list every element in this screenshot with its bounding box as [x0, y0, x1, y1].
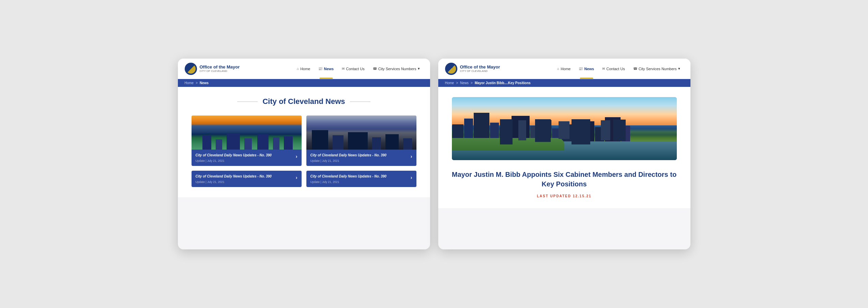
right-nav-news[interactable]: 📰 News [575, 59, 597, 79]
building-2 [216, 139, 222, 150]
building-b5 [385, 134, 399, 150]
right-chevron-down-icon: ▾ [678, 66, 680, 71]
left-header: Office of the Mayor CITY OF CLEVELAND ⌂ … [178, 59, 430, 79]
right-breadcrumb-sep2: > [471, 81, 473, 85]
bld8 [538, 120, 551, 141]
bld3 [474, 113, 489, 141]
news-card-2-content: City of Cleveland Daily News Updates - N… [310, 153, 408, 163]
right-main-content: Mayor Justin M. Bibb Appoints Six Cabine… [438, 87, 690, 208]
news-card-4-date: July 21, 2021 [322, 180, 339, 184]
right-nav-contact[interactable]: ✉ Contact Us [599, 59, 628, 79]
news-card-3-title: City of Cleveland Daily News Updates - N… [196, 174, 293, 179]
article-last-updated: LAST UPDATED 12.15.21 [452, 194, 677, 198]
bld13 [595, 127, 604, 141]
news-card-1-meta: Update | July 21, 2021 [196, 159, 293, 163]
right-nav: ⌂ Home 📰 News ✉ Contact Us ☎ City Servic… [554, 59, 683, 79]
news-card-3-meta: Update | July 21, 2021 [196, 180, 293, 184]
right-phone-icon: ☎ [633, 67, 637, 71]
breadcrumb-current: News [200, 81, 209, 85]
left-logo: Office of the Mayor CITY OF CLEVELAND [185, 63, 240, 75]
right-home-icon: ⌂ [557, 67, 559, 71]
building-3 [227, 133, 240, 150]
news-card-2[interactable]: City of Cleveland Daily News Updates - N… [306, 115, 416, 166]
article-hero-image [452, 97, 677, 160]
news-card-2-date: July 21, 2021 [322, 159, 339, 163]
building-4 [244, 138, 252, 150]
bld10 [562, 124, 573, 141]
news-card-2-meta: Update | July 21, 2021 [310, 159, 408, 163]
nav-home[interactable]: ⌂ Home [293, 59, 314, 79]
chevron-down-icon: ▾ [418, 66, 420, 71]
bld6 [512, 116, 530, 141]
news-card-1-body[interactable]: City of Cleveland Daily News Updates - N… [192, 150, 302, 166]
building-b4 [372, 137, 381, 150]
bld14 [605, 117, 621, 141]
right-nav-city-services[interactable]: ☎ City Services Numbers ▾ [630, 59, 684, 79]
right-breadcrumb-sep1: > [456, 81, 458, 85]
logo-icon [185, 63, 197, 75]
nav-contact[interactable]: ✉ Contact Us [338, 59, 368, 79]
news-icon: 📰 [318, 67, 322, 71]
right-logo-text: Office of the Mayor CITY OF CLEVELAND [460, 64, 500, 73]
news-card-4-content: City of Cleveland Daily News Updates - N… [310, 174, 408, 184]
news-grid: City of Cleveland Daily News Updates - N… [192, 115, 416, 187]
phone-icon: ☎ [373, 67, 377, 71]
left-screen: Office of the Mayor CITY OF CLEVELAND ⌂ … [178, 59, 430, 249]
logo-inner-graphic [186, 64, 196, 74]
right-nav-home[interactable]: ⌂ Home [554, 59, 574, 79]
right-news-icon: 📰 [579, 67, 583, 71]
news-card-1[interactable]: City of Cleveland Daily News Updates - N… [192, 115, 302, 166]
logo-subtitle: CITY OF CLEVELAND [200, 70, 240, 73]
news-card-2-arrow: › [411, 154, 412, 159]
news-card-4-arrow: › [411, 175, 412, 180]
building-b1 [312, 130, 328, 150]
building-b3 [348, 132, 368, 150]
bld9 [552, 128, 561, 141]
news-card-4-title: City of Cleveland Daily News Updates - N… [310, 174, 408, 179]
logo-text: Office of the Mayor CITY OF CLEVELAND [200, 64, 240, 73]
page-title: City of Cleveland News [262, 97, 345, 106]
bld7 [530, 126, 537, 141]
building-5 [257, 134, 268, 150]
bld12 [581, 121, 595, 141]
news-card-3-content: City of Cleveland Daily News Updates - N… [196, 174, 293, 184]
article-title: Mayor Justin M. Bibb Appoints Six Cabine… [452, 170, 677, 189]
building-b2 [333, 135, 344, 150]
right-contact-icon: ✉ [602, 67, 605, 71]
news-card-4-body[interactable]: City of Cleveland Daily News Updates - N… [306, 171, 416, 187]
news-card-3-date: July 21, 2021 [207, 180, 225, 184]
news-card-4-meta: Update | July 21, 2021 [310, 180, 408, 184]
news-card-3[interactable]: City of Cleveland Daily News Updates - N… [192, 171, 302, 187]
right-breadcrumb-news[interactable]: News [460, 81, 469, 85]
building-b6 [403, 138, 412, 150]
news-card-1-content: City of Cleveland Daily News Updates - N… [196, 153, 293, 163]
nav-city-services[interactable]: ☎ City Services Numbers ▾ [369, 59, 423, 79]
park-layer [452, 138, 564, 151]
news-card-3-body[interactable]: City of Cleveland Daily News Updates - N… [192, 171, 302, 187]
building-6 [273, 137, 279, 150]
news-card-2-image [306, 115, 416, 150]
right-breadcrumb-home[interactable]: Home [445, 81, 454, 85]
breadcrumb-home[interactable]: Home [185, 81, 194, 85]
right-breadcrumb-current: Mayor Justin Bibb....Key Positions [475, 81, 531, 85]
buildings-layer [452, 113, 677, 141]
news-card-4-type: Update [310, 180, 320, 184]
breadcrumb-sep: > [196, 81, 198, 85]
left-nav: ⌂ Home 📰 News ✉ Contact Us ☎ City Servic… [293, 59, 423, 79]
bld15 [621, 126, 630, 141]
right-header: Office of the Mayor CITY OF CLEVELAND ⌂ … [438, 59, 690, 79]
right-screen: Office of the Mayor CITY OF CLEVELAND ⌂ … [438, 59, 690, 249]
bld5 [500, 127, 511, 141]
news-card-3-arrow: › [296, 175, 298, 180]
article-photo [452, 97, 677, 160]
news-card-1-type: Update [196, 159, 205, 163]
news-card-4[interactable]: City of Cleveland Daily News Updates - N… [306, 171, 416, 187]
news-card-1-title: City of Cleveland Daily News Updates - N… [196, 153, 293, 158]
right-breadcrumb-bar: Home > News > Mayor Justin Bibb....Key P… [438, 79, 690, 87]
building-1 [202, 135, 211, 150]
nav-news[interactable]: 📰 News [315, 59, 337, 79]
skyline-buildings-2 [306, 129, 416, 150]
right-logo-subtitle: CITY OF CLEVELAND [460, 70, 500, 73]
news-card-2-body[interactable]: City of Cleveland Daily News Updates - N… [306, 150, 416, 166]
screens-container: Office of the Mayor CITY OF CLEVELAND ⌂ … [178, 59, 690, 249]
